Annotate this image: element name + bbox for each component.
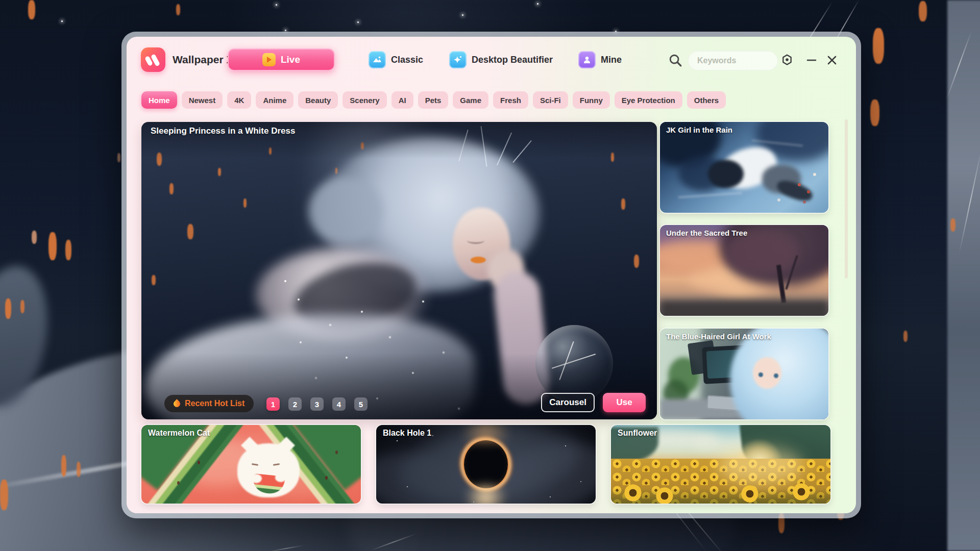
search-input[interactable] [696, 53, 770, 68]
wallpaper-card-blue-haired-girl[interactable]: The Blue-Haired Girl At Work [660, 329, 828, 419]
category-chip-beauty[interactable]: Beauty [298, 91, 338, 109]
close-icon [826, 54, 838, 66]
minus-icon [805, 54, 818, 66]
minimize-button[interactable] [803, 52, 820, 68]
gear-icon [780, 53, 794, 67]
category-chip-ai[interactable]: AI [391, 91, 413, 109]
light-streak [959, 149, 980, 254]
person-icon [578, 51, 596, 68]
wallpaper-card-black-hole[interactable]: Black Hole 1 [376, 425, 596, 504]
category-chip-home[interactable]: Home [141, 91, 177, 109]
picture-icon [369, 51, 386, 68]
settings-button[interactable] [779, 52, 795, 68]
page-button-5[interactable]: 5 [354, 397, 368, 411]
paint-daub [634, 255, 639, 268]
sparkle [276, 4, 277, 6]
paint-daub [243, 198, 247, 208]
paint-daub [919, 1, 927, 21]
category-chip-fresh[interactable]: Fresh [493, 91, 528, 109]
tab-desktop-beautifier[interactable]: Desktop Beautifier [449, 51, 553, 69]
paint-daub [152, 275, 156, 285]
recent-hot-list-button[interactable]: Recent Hot List [164, 395, 254, 412]
window-content: Wallpaper X Live Classic Desktop Beautif… [127, 37, 856, 513]
thumb-art [708, 160, 744, 188]
wallpaper-title: Watermelon Cat [148, 429, 210, 438]
paint-daub [117, 153, 120, 162]
play-badge-icon [262, 53, 276, 66]
category-chip-scifi[interactable]: Sci-Fi [533, 91, 568, 109]
close-button[interactable] [824, 52, 840, 68]
tab-classic[interactable]: Classic [369, 51, 423, 69]
paint-daub [176, 4, 180, 15]
picture-sparkle-icon [449, 51, 467, 68]
tab-live-label: Live [281, 54, 300, 65]
category-chip-others[interactable]: Others [687, 91, 726, 109]
use-button[interactable]: Use [603, 393, 646, 412]
paint-daub [65, 240, 71, 260]
tab-live[interactable]: Live [228, 48, 335, 71]
wallpaper-title: Under the Sacred Tree [666, 229, 747, 237]
paint-daub [61, 455, 66, 477]
carousel-pagination: 1 2 3 4 5 [266, 397, 368, 411]
thumb-art [774, 373, 778, 378]
card-art [624, 484, 642, 502]
paint-daub [169, 183, 174, 194]
paint-daub [187, 224, 193, 239]
thumb-art [798, 183, 801, 186]
tab-desktop-beautifier-label: Desktop Beautifier [472, 55, 553, 65]
featured-title: Sleeping Princess in a White Dress [151, 126, 295, 136]
category-chip-scenery[interactable]: Scenery [342, 91, 386, 109]
card-art [464, 440, 508, 488]
thumb-art [758, 372, 763, 377]
app-title: Wallpaper X [173, 54, 233, 66]
featured-wallpaper-card[interactable]: Sleeping Princess in a White Dress Recen… [141, 122, 657, 419]
paint-daub [0, 480, 8, 510]
category-chip-funny[interactable]: Funny [573, 91, 610, 109]
wallpaper-title: Black Hole 1 [383, 429, 431, 438]
page-button-2[interactable]: 2 [288, 397, 302, 411]
card-art [198, 461, 200, 464]
search-box [688, 51, 778, 70]
paint-daub [873, 28, 884, 64]
tab-mine[interactable]: Mine [578, 51, 622, 69]
tab-classic-label: Classic [391, 55, 423, 65]
wallpaper-title: JK Girl in the Rain [666, 126, 732, 134]
princess-eye [467, 237, 484, 244]
paint-daub [621, 198, 625, 210]
sparkle [61, 20, 63, 22]
sidebar-scrollbar[interactable] [845, 119, 848, 279]
paint-daub [5, 298, 11, 319]
category-chip-pets[interactable]: Pets [418, 91, 449, 109]
paint-daub [48, 232, 57, 260]
card-art [656, 487, 673, 504]
wallpaper-card-sunflower[interactable]: Sunflower [611, 425, 830, 504]
sparkle [462, 14, 463, 16]
page-button-3[interactable]: 3 [310, 397, 324, 411]
sparkle [285, 30, 286, 31]
category-chip-newest[interactable]: Newest [182, 91, 223, 109]
page-button-4[interactable]: 4 [332, 397, 346, 411]
card-art [793, 483, 810, 500]
category-chip-game[interactable]: Game [453, 91, 488, 109]
wallpaper-card-watermelon-cat[interactable]: Watermelon Cat [141, 425, 361, 504]
category-chip-anime[interactable]: Anime [256, 91, 293, 109]
wallpaper-title: Sunflower [618, 429, 657, 438]
page-button-1[interactable]: 1 [266, 397, 280, 411]
light-streak [371, 533, 416, 550]
tab-mine-label: Mine [601, 55, 622, 65]
wallpaper-card-sacred-tree[interactable]: Under the Sacred Tree [660, 225, 828, 316]
princess-lips [471, 257, 486, 263]
card-art [275, 473, 286, 482]
recent-hot-list-label: Recent Hot List [185, 399, 244, 408]
card-art [251, 474, 262, 483]
jewelry-sparkles [284, 280, 286, 282]
paint-daub [218, 168, 221, 176]
category-chip-4k[interactable]: 4K [227, 91, 251, 109]
wallpaper-card-jk-girl[interactable]: JK Girl in the Rain [660, 122, 828, 213]
category-chip-eye-protection[interactable]: Eye Protection [615, 91, 682, 109]
carousel-button[interactable]: Carousel [541, 393, 595, 412]
thumb-art [660, 300, 828, 316]
flame-icon [172, 399, 181, 408]
card-art [397, 440, 398, 441]
app-logo-icon [141, 47, 165, 72]
